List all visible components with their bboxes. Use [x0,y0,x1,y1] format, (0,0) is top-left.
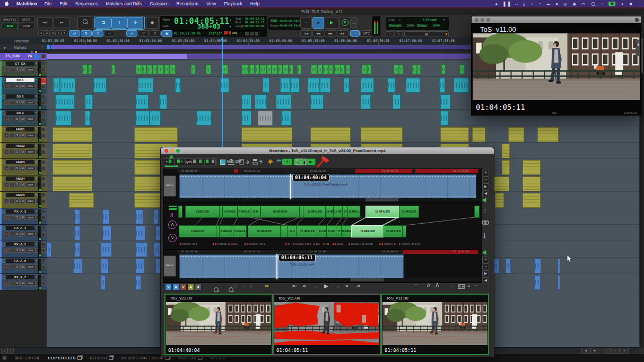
track-freeze-button[interactable] [2,259,5,263]
brush-tool-icon[interactable]: ✎ [263,282,270,290]
post-roll-button[interactable]: ≡ [150,30,161,37]
audio-clip[interactable] [537,127,559,142]
fast-fwd-button[interactable]: » [345,283,349,289]
zoom-in-mag-icon[interactable] [229,287,233,292]
menubar-app-name[interactable]: Matchbox [16,1,38,6]
cloud-icon[interactable]: ☁ [546,2,550,6]
time-machine-icon[interactable]: ◔ [538,2,541,6]
timebase-icon[interactable] [34,54,39,59]
track-header-AMB5[interactable]: AMB5 ▾ ● I S M wave read [0,192,47,208]
layered-edit-button[interactable]: ▣ [161,30,172,37]
track-view-selector[interactable]: wave [25,117,36,121]
audio-clip[interactable] [53,78,60,93]
video-gain-knob[interactable]: V [168,234,177,242]
statusbar-midi-editor[interactable]: MIDI EDITOR [15,356,39,360]
track-solo-button[interactable]: S [15,67,20,72]
control-center-icon[interactable]: ◌ [601,2,604,6]
track-caret-icon[interactable]: ▾ [36,160,37,163]
moon-icon[interactable]: ◑ [621,2,623,6]
end-value[interactable]: 01:04:05:11 [245,21,264,24]
delta-icon[interactable]: Δ [436,282,439,288]
close-icon[interactable] [475,18,478,22]
track-freeze-button[interactable] [2,193,5,197]
sidecar-icon[interactable]: ▯ [523,2,525,6]
track-view-selector[interactable]: wave [25,100,36,105]
edit-annotation[interactable]: ◆◆ Delete For 1 [244,242,265,245]
video-tool-icon[interactable] [636,46,639,50]
zoom-out-button[interactable]: − [482,263,489,270]
audio-clip[interactable] [297,65,301,74]
audio-clip[interactable] [73,259,82,273]
track-mute-button[interactable]: M [20,232,25,236]
track-freeze-button[interactable] [2,111,5,115]
track-input-button[interactable]: I [10,84,14,89]
audio-clip[interactable] [267,65,272,74]
track-view-selector[interactable]: wave [25,232,36,236]
track-solo-button[interactable]: S [15,133,20,138]
audio-clip[interactable] [290,78,300,93]
matchbox-ruler[interactable]: 01:00:00:0001:02:55:1401:05:51:0401:08:4… [177,250,478,254]
trim-tool-button[interactable]: ⊐ [95,17,111,29]
audio-clip[interactable] [276,94,291,109]
edit-annotation[interactable]: ◆ De [313,242,320,245]
quantize-button[interactable]: ◔ [386,31,394,37]
track-rec-button[interactable]: ● [4,215,9,220]
audio-clip[interactable] [74,209,80,224]
link-icon[interactable] [482,219,489,226]
menu-matches-and-diffs[interactable]: Matches and Diffs [106,1,142,6]
track-solo-button[interactable]: S [15,232,20,236]
track-view-selector[interactable]: wave [25,84,36,89]
compare-thumb-1[interactable]: ToS_v11.00 01:04:05:11 [273,294,381,355]
rewind-button[interactable]: « [303,283,306,289]
nudge-caret[interactable]: ▾ [297,24,299,27]
zoom-in-button[interactable]: + [611,348,620,354]
pre-roll-button[interactable]: ▽ [138,30,149,37]
audio-clip[interactable] [88,65,92,74]
track-caret-icon[interactable]: ▾ [36,193,37,196]
edit-annotation[interactable]: ◆◆ Insert Fo [379,242,396,245]
track-rec-button[interactable]: ● [4,232,9,236]
track-view-selector[interactable]: wave [25,199,36,204]
diff-partial-icon[interactable]: ∂ [427,282,430,288]
track-input-button[interactable]: I [10,117,14,121]
track-output-button[interactable] [41,61,46,66]
audio-clip[interactable] [249,65,255,74]
track-freeze-button[interactable] [2,226,5,230]
matchbox-minimap[interactable] [179,198,481,201]
matchbox-playhead[interactable] [290,174,291,199]
audio-clip[interactable] [534,275,541,290]
warning-diamond-icon[interactable]: ◈ [268,157,273,165]
export-up-icon[interactable] [228,159,235,165]
audio-clip[interactable] [55,94,75,109]
audio-clip[interactable] [289,65,293,74]
audio-clip[interactable] [47,242,51,257]
length-value[interactable]: 00:00:00:00 [245,24,264,28]
audio-clip[interactable] [74,226,80,241]
audio-clip[interactable] [502,160,510,175]
edit-annotation[interactable]: ◆ Delete For 2 [292,242,311,245]
track-header-AMB4[interactable]: AMB4 ▾ ● I S M wave read [0,175,47,192]
audio-clip[interactable] [134,127,178,142]
audio-clip[interactable] [310,127,351,142]
tab-transient-button[interactable]: ↔ [104,30,115,37]
track-header-AMB1[interactable]: AMB1 ▾ ● I S M wave read [0,126,47,143]
track-mute-button[interactable]: M [20,248,25,253]
track-view-selector[interactable]: wave [25,281,36,286]
compare-thumb-2[interactable]: ToS_v11.00 01:04:05:11 [381,294,489,355]
track-caret-icon[interactable]: ▾ [36,275,37,278]
audio-clip[interactable] [136,65,142,74]
jump-first-match-button[interactable]: ⇤ [163,158,175,165]
delta-partial-icon[interactable]: ∂ [170,212,173,218]
track-output-button[interactable] [41,94,46,99]
match-action-equal-button[interactable]: = [305,158,316,165]
audio-clip[interactable] [340,65,345,74]
insertion-follows-button[interactable]: ≡ [92,30,103,37]
audio-clip[interactable] [135,242,147,257]
track-view-selector[interactable]: wave [25,264,36,269]
mode-grid-button[interactable]: GRID [18,23,34,29]
track-header-TS_1100[interactable]: TS_1100 24 [0,53,47,60]
track-insert-button[interactable] [41,117,46,121]
return-to-zero-button[interactable]: ❙◀ [300,30,312,37]
prev-match-button[interactable]: ← [192,158,203,165]
track-rec-button[interactable]: ● [4,281,9,286]
